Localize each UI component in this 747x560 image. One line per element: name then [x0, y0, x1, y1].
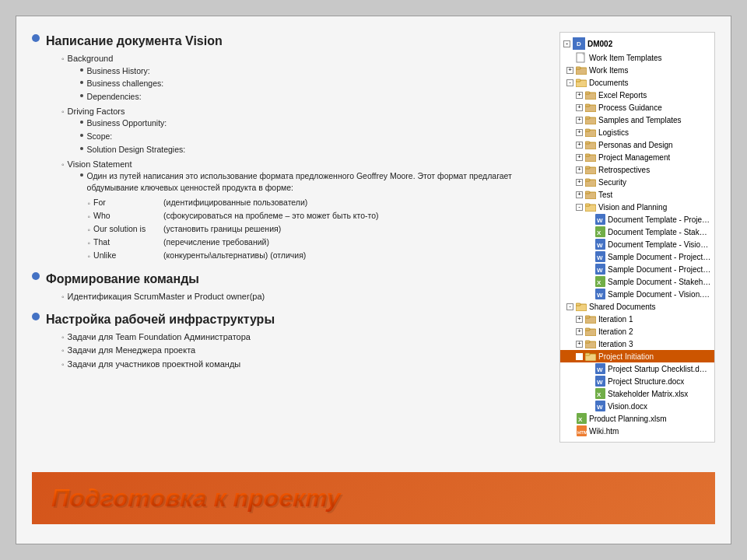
- svg-rect-15: [585, 142, 590, 144]
- tree-item-vision[interactable]: W Vision.docx: [560, 400, 714, 412]
- sub-sub-item: Solution Design Strategies:: [80, 144, 186, 156]
- tree-item-doc2[interactable]: X Document Template - Stakeholder Matrix…: [560, 226, 714, 238]
- tree-item-iteration1[interactable]: + Iteration 1: [560, 313, 714, 325]
- tree-item-samples[interactable]: + Samples and Templates: [560, 114, 714, 126]
- excel-doc-icon: X: [576, 413, 587, 424]
- tree-item-project-initiation[interactable]: - Project Initiation: [560, 350, 714, 362]
- expand-btn[interactable]: +: [576, 117, 583, 124]
- svg-rect-7: [585, 92, 590, 94]
- tree-item-retrospectives[interactable]: + Retrospectives: [560, 163, 714, 176]
- expand-btn[interactable]: -: [576, 353, 583, 360]
- tree-item-doc7[interactable]: W Sample Document - Vision.docx: [560, 288, 714, 300]
- bc-label: Business challenges:: [87, 78, 164, 90]
- expand-work-items[interactable]: +: [566, 67, 573, 74]
- sub-driving-label: Driving Factors: [68, 107, 125, 116]
- tree-item-shared-docs[interactable]: - Shared Documents: [560, 300, 714, 313]
- excel-doc-icon: X: [594, 226, 605, 237]
- bo-label: Business Opportunity:: [87, 117, 167, 130]
- tree-label: Project Initiation: [598, 352, 654, 361]
- tree-item-iteration3[interactable]: + Iteration 3: [560, 338, 714, 350]
- tree-item-doc4[interactable]: W Sample Document - Project Startup Chec…: [560, 250, 714, 263]
- tree-item-stakeholder[interactable]: X Stakeholder Matrix.xlsx: [560, 387, 714, 400]
- tree-item-work-item-templates[interactable]: Work Item Templates: [560, 51, 714, 64]
- tree-item-doc5[interactable]: W Sample Document - Project Structure.do…: [560, 263, 714, 275]
- tree-label: Project Management: [598, 153, 670, 162]
- arrow-icon: ◦: [61, 106, 65, 117]
- bullet-dot-2: [32, 272, 40, 280]
- folder-icon: [585, 338, 596, 349]
- root-icon: D: [573, 37, 585, 50]
- expand-btn[interactable]: +: [576, 328, 583, 335]
- dot-small: [80, 81, 83, 84]
- tree-item-proj-structure[interactable]: W Project Structure.docx: [560, 375, 714, 387]
- tree-item-wiki[interactable]: HTM Wiki.htm: [560, 425, 714, 437]
- slide-bottom-title: Подготовка к проекту: [51, 484, 696, 513]
- svg-text:X: X: [597, 391, 601, 398]
- tree-item-doc6[interactable]: X Sample Document - Stakeholder Matrix.x…: [560, 275, 714, 288]
- col1: Who: [93, 210, 163, 222]
- tree-item-doc1[interactable]: W Document Template - Project Structure.…: [560, 213, 714, 226]
- expand-btn[interactable]: +: [576, 92, 583, 99]
- expand-btn[interactable]: +: [576, 154, 583, 161]
- expand-btn[interactable]: +: [576, 104, 583, 111]
- sub-sub-item: Один из путей написания это использовани…: [80, 170, 552, 196]
- tree-label: Iteration 1: [598, 315, 633, 324]
- expand-btn[interactable]: -: [566, 303, 573, 310]
- expand-btn[interactable]: +: [576, 129, 583, 136]
- tree-label: Logistics: [598, 128, 629, 137]
- expand-root[interactable]: -: [563, 40, 570, 47]
- expand-btn[interactable]: +: [576, 142, 583, 149]
- dot-small: [80, 121, 83, 124]
- expand-btn[interactable]: +: [576, 166, 583, 173]
- bullet3-sublist: ◦ Задачи для Team Foundation Администрат…: [61, 331, 275, 371]
- tree-item-work-items[interactable]: + Work Items: [560, 64, 714, 76]
- tree-item-test[interactable]: + Test: [560, 188, 714, 201]
- bullet-dot-1: [32, 34, 40, 42]
- svg-rect-17: [585, 154, 590, 156]
- tree-item-personas[interactable]: + Personas and Design: [560, 138, 714, 151]
- tree-item-iteration2[interactable]: + Iteration 2: [560, 325, 714, 338]
- svg-text:HTM: HTM: [577, 430, 587, 435]
- tree-item-vision-planning[interactable]: - Vision and Planning: [560, 201, 714, 213]
- col1: For: [93, 197, 163, 209]
- tree-label: Product Planning.xlsm: [589, 415, 667, 423]
- tree-item-product-planning[interactable]: X Product Planning.xlsm: [560, 412, 714, 425]
- tree-item-documents[interactable]: - Documents: [560, 76, 714, 89]
- tree-item-project-mgmt[interactable]: + Project Management: [560, 151, 714, 163]
- folder-icon: [585, 313, 596, 324]
- tree-item-proj-startup[interactable]: W Project Startup Checklist.docx: [560, 362, 714, 375]
- vision-table: ◦ For (идентифицированные пользователи) …: [88, 197, 552, 262]
- tree-label: Sample Document - Project Structure.docx: [608, 265, 711, 274]
- slide-inner: Написание документа Vision ◦ Background …: [16, 16, 731, 450]
- sub-vision-statement: ◦ Vision Statement Один из путей написан…: [61, 158, 552, 264]
- expand-btn[interactable]: +: [576, 191, 583, 198]
- tree-item-logistics[interactable]: + Logistics: [560, 126, 714, 138]
- expand-documents[interactable]: -: [566, 79, 573, 86]
- folder-open-icon: [576, 301, 587, 312]
- svg-text:X: X: [597, 279, 601, 286]
- sub-sub-item: Scope:: [80, 131, 186, 143]
- tree-label: Work Items: [589, 66, 628, 75]
- expand-btn[interactable]: +: [576, 179, 583, 186]
- tree-item-excel-reports[interactable]: + Excel Reports: [560, 89, 714, 101]
- sds-label: Solution Design Strategies:: [87, 144, 186, 156]
- tree-item-security[interactable]: + Security: [560, 176, 714, 188]
- bullet3-title: Настройка рабочей инфраструктуры: [46, 310, 275, 329]
- expand-btn[interactable]: +: [576, 341, 583, 348]
- tree-label: Vision and Planning: [598, 203, 667, 212]
- tree-label: Iteration 3: [598, 340, 633, 348]
- expand-btn[interactable]: +: [576, 316, 583, 323]
- tree-item-process-guidance[interactable]: + Process Guidance: [560, 101, 714, 114]
- expand-btn[interactable]: -: [576, 204, 583, 211]
- svg-rect-21: [585, 179, 590, 181]
- tree-label: Sample Document - Vision.docx: [608, 290, 711, 299]
- folder-icon: [585, 177, 596, 187]
- tree-label: Stakeholder Matrix.xlsx: [608, 390, 688, 398]
- tree-item-doc3[interactable]: W Document Template - Vision.dotx: [560, 238, 714, 250]
- svg-text:W: W: [597, 404, 603, 411]
- excel-doc-icon: X: [594, 276, 605, 287]
- table-row: ◦ Who (сфокусироваться на проблеме – это…: [88, 210, 552, 222]
- word-doc-icon: W: [594, 239, 605, 250]
- svg-text:W: W: [597, 379, 603, 386]
- tree-label: Document Template - Stakeholder Matrix.x…: [608, 228, 711, 236]
